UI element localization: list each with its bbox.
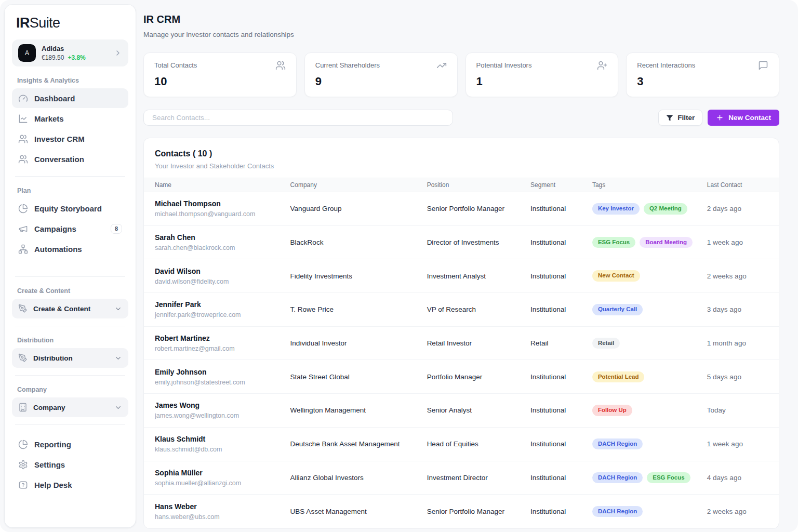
contact-name-cell: Emily Johnson emily.johnson@statestreet.… — [155, 368, 290, 386]
table-row[interactable]: Klaus Schmidt klaus.schmidt@db.com Deuts… — [144, 428, 779, 461]
funnel-icon — [666, 114, 673, 122]
divider — [15, 326, 125, 326]
contact-name-cell: David Wilson david.wilson@fidelity.com — [155, 267, 290, 285]
stats-row: Total Contacts 10 Current Shareholders 9… — [143, 52, 779, 97]
table-row[interactable]: Sophia Müller sophia.mueller@allianzgi.c… — [144, 461, 779, 495]
users-icon — [275, 60, 286, 71]
contact-email: jennifer.park@troweprice.com — [155, 311, 285, 318]
divider — [15, 424, 125, 425]
chevron-right-icon — [114, 49, 122, 57]
sidebar-dropdown-company[interactable]: Company — [12, 397, 128, 417]
ticker-change: +3.8% — [68, 54, 85, 61]
contact-company: T. Rowe Price — [290, 305, 427, 313]
column-header-company: Company — [290, 181, 427, 189]
sidebar-item-automations[interactable]: Automations — [12, 239, 128, 259]
table-row[interactable]: Jennifer Park jennifer.park@troweprice.c… — [144, 293, 779, 327]
company-ticker-card[interactable]: A Adidas €189.50+3.8% — [12, 39, 128, 66]
contact-last-contact: 3 days ago — [707, 305, 779, 313]
contact-email: sarah.chen@blackrock.com — [155, 244, 285, 251]
contact-name-cell: Robert Martinez robert.martinez@gmail.co… — [155, 334, 290, 352]
divider — [15, 276, 125, 277]
contact-tags: New Contact — [592, 270, 707, 282]
message-square-icon — [758, 60, 768, 71]
contact-name: Sophia Müller — [155, 469, 285, 477]
contact-email: david.wilson@fidelity.com — [155, 278, 285, 285]
filter-button[interactable]: Filter — [658, 110, 702, 126]
sidebar-dropdown-distribution[interactable]: Distribution — [12, 348, 128, 368]
table-row[interactable]: James Wong james.wong@wellington.com Wel… — [144, 394, 779, 428]
contact-name-cell: Michael Thompson michael.thompson@vangua… — [155, 200, 290, 218]
new-contact-button[interactable]: New Contact — [708, 110, 779, 126]
sidebar-item-campaigns[interactable]: Campaigns 8 — [12, 219, 128, 238]
stat-card-recent-interactions: Recent Interactions 3 — [626, 52, 779, 97]
sidebar-item-dashboard[interactable]: Dashboard — [12, 88, 128, 108]
table-header-row: Name Company Position Segment Tags Last … — [144, 178, 779, 192]
main-content: IR CRM Manage your investor contacts and… — [136, 0, 798, 532]
contact-company: Individual Investor — [290, 339, 427, 347]
contact-last-contact: 4 days ago — [707, 474, 779, 482]
stat-value: 9 — [315, 75, 447, 88]
ticker-company-name: Adidas — [42, 45, 86, 52]
contact-tags: ESG FocusBoard Meeting — [592, 237, 707, 248]
contact-name: James Wong — [155, 401, 285, 409]
contact-name-cell: Sophia Müller sophia.mueller@allianzgi.c… — [155, 469, 290, 487]
tag-pill: DACH Region — [592, 506, 643, 517]
sidebar-item-label: Dashboard — [34, 94, 75, 103]
tag-pill: Key Investor — [592, 203, 640, 215]
sidebar-item-label: Equity Storyboard — [34, 204, 102, 213]
sidebar-item-markets[interactable]: Markets — [12, 109, 128, 128]
controls-row: Filter New Contact — [143, 110, 779, 126]
contact-position: Retail Investor — [427, 339, 530, 347]
contact-segment: Institutional — [530, 440, 592, 448]
stat-card-total-contacts: Total Contacts 10 — [143, 52, 297, 97]
sidebar-item-equity-storyboard[interactable]: Equity Storyboard — [12, 198, 128, 218]
campaigns-count-badge: 8 — [111, 224, 122, 234]
sidebar-item-conversation[interactable]: Conversation — [12, 149, 128, 169]
contact-segment: Retail — [530, 339, 592, 347]
new-contact-button-label: New Contact — [728, 114, 771, 122]
table-row[interactable]: Sarah Chen sarah.chen@blackrock.com Blac… — [144, 226, 779, 260]
search-input[interactable] — [143, 110, 453, 126]
table-row[interactable]: Michael Thompson michael.thompson@vangua… — [144, 192, 779, 226]
building-icon — [18, 403, 28, 412]
tag-pill: Board Meeting — [640, 237, 693, 248]
contact-email: emily.johnson@statestreet.com — [155, 379, 285, 386]
table-row[interactable]: Emily Johnson emily.johnson@statestreet.… — [144, 360, 779, 394]
sidebar-item-settings[interactable]: Settings — [12, 455, 128, 474]
stat-label: Total Contacts — [154, 61, 197, 69]
tag-pill: Potential Lead — [592, 371, 645, 383]
app-window: IRSuite A Adidas €189.50+3.8% Insights &… — [0, 0, 798, 532]
sidebar-dropdown-create-content[interactable]: Create & Content — [12, 299, 128, 318]
contact-email: robert.martinez@gmail.com — [155, 345, 285, 352]
sidebar-item-reporting[interactable]: Reporting — [12, 434, 128, 454]
users-icon — [18, 154, 28, 164]
contact-name-cell: James Wong james.wong@wellington.com — [155, 401, 290, 419]
contact-last-contact: 1 week ago — [707, 238, 779, 246]
megaphone-icon — [18, 224, 28, 234]
sidebar-item-help-desk[interactable]: Help Desk — [12, 475, 128, 495]
trending-up-icon — [436, 60, 447, 71]
contact-segment: Institutional — [530, 508, 592, 515]
contacts-card-subtitle: Your Investor and Stakeholder Contacts — [155, 162, 768, 170]
gauge-icon — [18, 94, 28, 103]
stat-label: Current Shareholders — [315, 61, 380, 69]
chevron-down-icon — [114, 305, 122, 313]
contact-position: VP of Research — [427, 305, 530, 313]
stat-value: 1 — [476, 75, 608, 88]
table-row[interactable]: David Wilson david.wilson@fidelity.com F… — [144, 259, 779, 293]
sidebar-item-investor-crm[interactable]: Investor CRM — [12, 129, 128, 149]
table-row[interactable]: Hans Weber hans.weber@ubs.com UBS Asset … — [144, 495, 779, 528]
contact-tags: Follow Up — [592, 405, 707, 416]
section-company: Company — [17, 386, 127, 393]
section-plan: Plan — [17, 187, 127, 194]
contact-email: hans.weber@ubs.com — [155, 513, 285, 521]
contact-position: Senior Portfolio Manager — [427, 205, 530, 212]
contact-name: Michael Thompson — [155, 200, 285, 208]
page-title: IR CRM — [143, 14, 779, 25]
table-row[interactable]: Robert Martinez robert.martinez@gmail.co… — [144, 327, 779, 361]
contact-tags: DACH RegionESG Focus — [592, 472, 707, 484]
contact-tags: Quarterly Call — [592, 304, 707, 315]
contact-position: Portfolio Manager — [427, 373, 530, 381]
contact-name: Robert Martinez — [155, 334, 285, 342]
sidebar-item-label: Investor CRM — [34, 135, 85, 143]
